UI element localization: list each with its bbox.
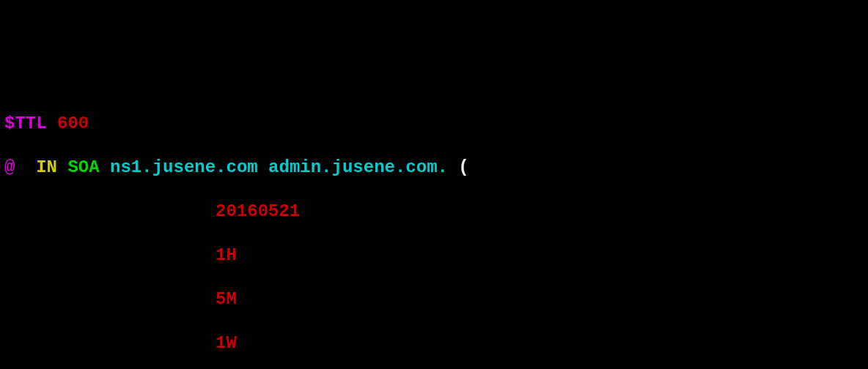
ttl-value: 600 bbox=[57, 113, 89, 133]
primary-ns: ns1.jusene.com bbox=[110, 157, 258, 177]
class-in: IN bbox=[36, 157, 57, 177]
soa-line: @ IN SOA ns1.jusene.com admin.jusene.com… bbox=[4, 157, 864, 179]
origin: @ bbox=[4, 157, 15, 177]
type-soa: SOA bbox=[67, 157, 99, 177]
soa-serial: 20160521 bbox=[216, 201, 300, 221]
soa-serial-line: 20160521 bbox=[4, 201, 864, 223]
soa-refresh: 1H bbox=[216, 245, 237, 265]
ttl-directive: $TTL bbox=[4, 113, 47, 133]
soa-expire-line: 1W bbox=[4, 332, 864, 354]
admin-email: admin.jusene.com. bbox=[268, 157, 448, 177]
terminal[interactable]: $TTL 600 @ IN SOA ns1.jusene.com admin.j… bbox=[4, 91, 864, 369]
soa-retry-line: 5M bbox=[4, 288, 864, 310]
soa-expire: 1W bbox=[216, 333, 237, 353]
open-paren: ( bbox=[458, 157, 468, 177]
soa-refresh-line: 1H bbox=[4, 245, 864, 266]
ttl-line: $TTL 600 bbox=[4, 113, 864, 135]
soa-retry: 5M bbox=[216, 289, 237, 309]
